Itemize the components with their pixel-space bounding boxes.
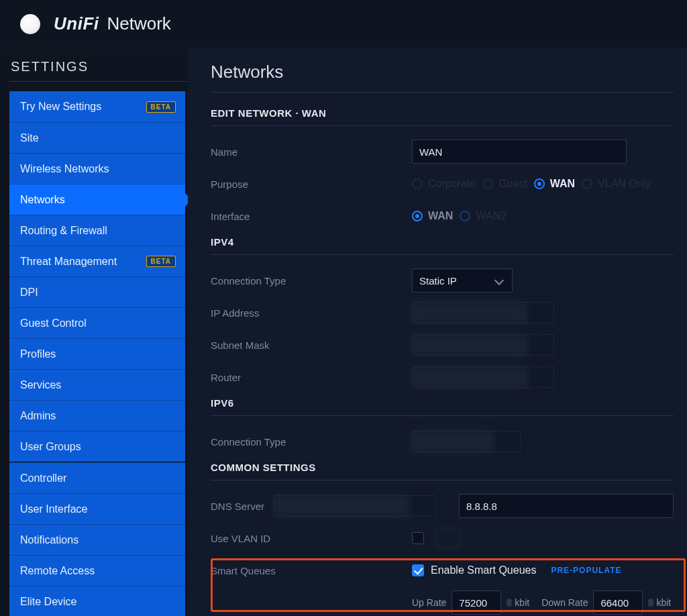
section-edit-network: EDIT NETWORK · WAN	[211, 107, 674, 126]
chevron-down-icon	[494, 276, 504, 285]
radio-dot-icon	[412, 211, 423, 221]
row-dns: DNS Server	[211, 490, 674, 522]
sidebar-item-admins[interactable]: Admins	[9, 400, 185, 431]
beta-badge: BETA	[146, 256, 176, 267]
sidebar-nav: Try New SettingsBETASiteWireless Network…	[9, 91, 188, 616]
label-down-rate: Down Rate	[541, 597, 588, 608]
page-title: Networks	[211, 62, 674, 93]
content-area: Networks EDIT NETWORK · WAN Name Purpose…	[188, 48, 687, 616]
group-up-rate: Up Rate kbit	[412, 591, 529, 615]
beta-badge: BETA	[146, 101, 176, 113]
sidebar-item-try-new-settings[interactable]: Try New SettingsBETA	[9, 91, 185, 122]
sidebar-item-remote-access[interactable]: Remote Access	[9, 555, 185, 586]
sidebar-item-label: User Interface	[20, 503, 87, 515]
label-connection-type: Connection Type	[211, 275, 412, 287]
label-ipv6-connection-type: Connection Type	[211, 436, 412, 448]
input-network-name[interactable]	[412, 140, 627, 164]
sidebar-item-label: Admins	[20, 410, 56, 422]
sidebar-item-label: Wireless Networks	[20, 163, 109, 175]
row-interface: Interface WANWAN2	[211, 200, 674, 232]
value-dns1-redacted	[274, 496, 409, 516]
sidebar-item-label: Try New Settings	[20, 101, 101, 113]
sidebar-item-label: Threat Management	[20, 256, 117, 268]
sidebar-item-label: DPI	[20, 287, 38, 299]
radio-purpose-wan[interactable]: WAN	[534, 178, 575, 190]
radio-purpose-vlan-only[interactable]: VLAN Only	[582, 178, 651, 190]
row-ip-address: IP Address	[211, 297, 674, 329]
radio-dot-icon	[460, 211, 470, 221]
row-purpose: Purpose CorporateGuestWANVLAN Only	[211, 168, 674, 200]
unit-down-rate[interactable]: kbit	[648, 597, 671, 608]
sidebar-item-elite-device[interactable]: Elite Device	[9, 586, 185, 616]
section-ipv6: IPV6	[211, 397, 674, 416]
sidebar-item-label: User Groups	[20, 441, 81, 453]
brand-logo	[20, 14, 40, 34]
radio-dot-icon	[482, 178, 493, 189]
sidebar-item-networks[interactable]: Networks	[9, 184, 185, 215]
radio-purpose-guest[interactable]: Guest	[482, 178, 527, 190]
label-router: Router	[211, 372, 412, 383]
row-router: Router	[211, 361, 674, 393]
sidebar-item-user-groups[interactable]: User Groups	[9, 431, 185, 462]
sidebar-item-controller[interactable]: Controller	[9, 462, 185, 493]
sidebar-item-routing-firewall[interactable]: Routing & Firewall	[9, 215, 185, 246]
settings-sidebar: SETTINGS Try New SettingsBETASiteWireles…	[0, 48, 188, 616]
radio-interface-wan[interactable]: WAN	[412, 210, 453, 222]
sidebar-item-label: Site	[20, 132, 39, 144]
label-smart-queues: Smart Queues	[211, 565, 412, 576]
radio-dot-icon	[412, 178, 423, 189]
select-connection-type-value: Static IP	[419, 275, 457, 287]
brand-word-unifi: UniFi	[54, 13, 99, 34]
label-use-vlan: Use VLAN ID	[211, 533, 412, 544]
sidebar-item-site[interactable]: Site	[9, 122, 185, 153]
sidebar-item-label: Routing & Firewall	[20, 225, 107, 237]
sidebar-item-guest-control[interactable]: Guest Control	[9, 307, 185, 338]
label-interface: Interface	[211, 211, 412, 222]
sidebar-item-label: Remote Access	[20, 565, 95, 577]
label-dns: DNS Server	[211, 501, 274, 512]
brand-text: UniFi Network	[54, 13, 171, 34]
sidebar-item-label: Networks	[20, 194, 65, 206]
sidebar-item-label: Elite Device	[20, 596, 76, 608]
input-up-rate[interactable]	[452, 591, 501, 615]
checkbox-enable-smart-queues[interactable]	[412, 564, 424, 576]
sidebar-item-label: Controller	[20, 472, 66, 484]
select-connection-type[interactable]: Static IP	[412, 268, 513, 293]
label-purpose: Purpose	[211, 178, 412, 190]
row-smart-queue-rates: Up Rate kbit Down Rate kbit	[211, 586, 674, 616]
radio-dot-icon	[582, 178, 592, 189]
sidebar-item-user-interface[interactable]: User Interface	[9, 493, 185, 524]
checkbox-use-vlan[interactable]	[412, 532, 424, 544]
link-pre-populate[interactable]: PRE-POPULATE	[551, 566, 621, 575]
value-ipv6-conn-type-redacted	[413, 431, 493, 452]
radio-interface-wan2[interactable]: WAN2	[460, 210, 507, 222]
sidebar-item-label: Notifications	[20, 534, 78, 546]
value-subnet-mask-redacted	[413, 335, 527, 355]
sidebar-item-label: Guest Control	[20, 317, 87, 329]
app-bar: UniFi Network	[0, 0, 687, 48]
row-connection-type: Connection Type Static IP	[211, 264, 674, 297]
sidebar-item-services[interactable]: Services	[9, 369, 185, 400]
sidebar-item-profiles[interactable]: Profiles	[9, 338, 185, 369]
row-name: Name	[211, 136, 674, 168]
sidebar-item-notifications[interactable]: Notifications	[9, 524, 185, 555]
input-dns2[interactable]	[459, 494, 674, 518]
value-ip-address-redacted	[413, 303, 527, 323]
input-vlan-id-disabled	[436, 528, 460, 548]
sidebar-item-threat-management[interactable]: Threat ManagementBETA	[9, 246, 185, 276]
row-ipv6-connection-type: Connection Type	[211, 425, 674, 458]
label-ip-address: IP Address	[211, 307, 412, 319]
radio-group-interface: WANWAN2	[412, 210, 674, 222]
section-ipv4: IPV4	[211, 236, 674, 255]
value-router-redacted	[413, 367, 527, 387]
section-common-settings: COMMON SETTINGS	[211, 462, 674, 480]
radio-purpose-corporate[interactable]: Corporate	[412, 178, 476, 190]
unit-up-rate[interactable]: kbit	[507, 597, 529, 608]
sidebar-item-label: Profiles	[20, 348, 56, 360]
sidebar-item-wireless-networks[interactable]: Wireless Networks	[9, 153, 185, 184]
row-smart-queues: Smart Queues Enable Smart Queues PRE-POP…	[211, 554, 674, 586]
row-use-vlan: Use VLAN ID	[211, 522, 674, 554]
input-down-rate[interactable]	[593, 591, 643, 615]
sidebar-item-label: Services	[20, 379, 61, 391]
sidebar-item-dpi[interactable]: DPI	[9, 276, 185, 307]
